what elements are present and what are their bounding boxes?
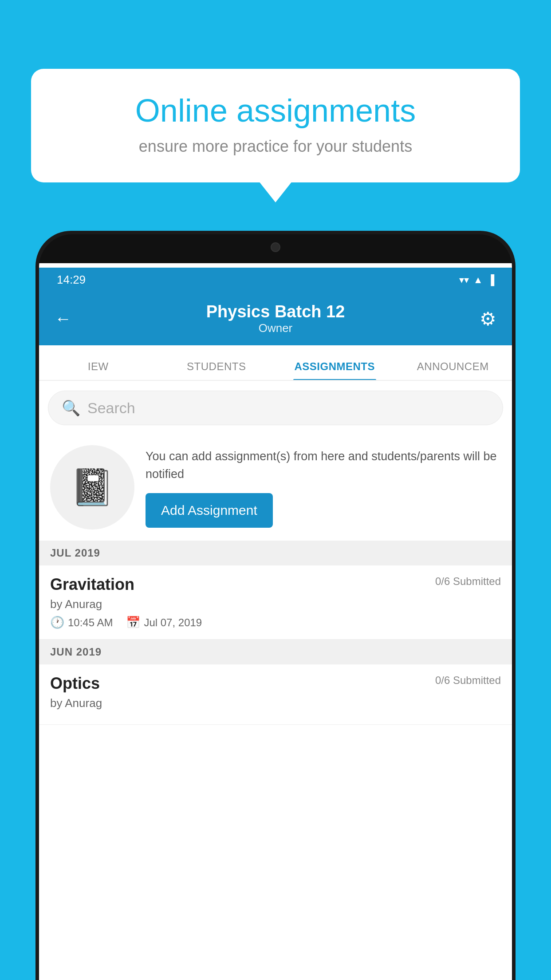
assignment-meta-gravitation: 🕐 10:45 AM 📅 Jul 07, 2019	[50, 616, 501, 629]
app-bar: ← Physics Batch 12 Owner ⚙	[39, 292, 512, 345]
assignment-title-gravitation: Gravitation	[50, 575, 134, 594]
content-area: 🔍 Search 📓 You can add assignment(s) fro…	[39, 382, 512, 980]
assignment-top-row: Gravitation 0/6 Submitted	[50, 575, 501, 594]
promo-section: 📓 You can add assignment(s) from here an…	[39, 434, 512, 541]
assignment-author-optics: by Anurag	[50, 696, 501, 710]
search-bar[interactable]: 🔍 Search	[48, 391, 503, 425]
back-button[interactable]: ←	[55, 309, 71, 328]
settings-icon[interactable]: ⚙	[480, 308, 496, 330]
status-icons: ▾▾ ▲ ▐	[459, 274, 494, 286]
assignment-item-gravitation[interactable]: Gravitation 0/6 Submitted by Anurag 🕐 10…	[39, 565, 512, 640]
phone-frame: 14:29 ▾▾ ▲ ▐ ← Physics Batch 12 Owner ⚙ …	[35, 231, 516, 980]
phone-notch	[240, 234, 311, 259]
calendar-icon: 📅	[126, 616, 140, 629]
clock-icon: 🕐	[50, 616, 64, 629]
speech-bubble-title: Online assignments	[58, 93, 493, 128]
section-header-jul: JUL 2019	[39, 541, 512, 565]
tab-assignments[interactable]: ASSIGNMENTS	[276, 360, 394, 380]
promo-text-section: You can add assignment(s) from here and …	[146, 447, 501, 528]
assignment-submitted-optics: 0/6 Submitted	[435, 674, 501, 687]
app-bar-title: Physics Batch 12	[206, 302, 345, 321]
promo-icon-circle: 📓	[50, 445, 134, 530]
promo-description: You can add assignment(s) from here and …	[146, 447, 501, 483]
tab-iew[interactable]: IEW	[39, 360, 157, 380]
app-bar-subtitle: Owner	[206, 321, 345, 335]
tab-announcements[interactable]: ANNOUNCEM	[394, 360, 512, 380]
assignment-time-value: 10:45 AM	[68, 616, 113, 629]
status-time: 14:29	[57, 273, 86, 287]
camera	[271, 242, 280, 252]
speech-bubble: Online assignments ensure more practice …	[31, 69, 520, 182]
battery-icon: ▐	[487, 274, 494, 286]
status-bar: 14:29 ▾▾ ▲ ▐	[39, 268, 512, 292]
assignment-title-optics: Optics	[50, 674, 100, 693]
search-placeholder: Search	[87, 399, 135, 417]
assignment-item-optics[interactable]: Optics 0/6 Submitted by Anurag	[39, 664, 512, 725]
assignment-date-value: Jul 07, 2019	[144, 616, 202, 629]
speech-bubble-container: Online assignments ensure more practice …	[31, 69, 520, 182]
add-assignment-button[interactable]: Add Assignment	[146, 493, 273, 528]
assignment-date-gravitation: 📅 Jul 07, 2019	[126, 616, 202, 629]
speech-bubble-subtitle: ensure more practice for your students	[58, 137, 493, 156]
assignment-submitted-gravitation: 0/6 Submitted	[435, 575, 501, 588]
tabs-container: IEW STUDENTS ASSIGNMENTS ANNOUNCEM	[39, 345, 512, 381]
assignment-time-gravitation: 🕐 10:45 AM	[50, 616, 113, 629]
search-icon: 🔍	[62, 399, 80, 417]
app-bar-title-container: Physics Batch 12 Owner	[206, 302, 345, 335]
signal-icon: ▲	[473, 274, 483, 286]
phone-screen: 14:29 ▾▾ ▲ ▐ ← Physics Batch 12 Owner ⚙ …	[39, 263, 512, 980]
wifi-icon: ▾▾	[459, 274, 469, 286]
notebook-icon: 📓	[70, 466, 114, 508]
assignment-top-row-optics: Optics 0/6 Submitted	[50, 674, 501, 693]
assignment-author-gravitation: by Anurag	[50, 597, 501, 611]
phone-inner: 14:29 ▾▾ ▲ ▐ ← Physics Batch 12 Owner ⚙ …	[39, 234, 512, 980]
tab-students[interactable]: STUDENTS	[157, 360, 276, 380]
section-header-jun: JUN 2019	[39, 640, 512, 664]
